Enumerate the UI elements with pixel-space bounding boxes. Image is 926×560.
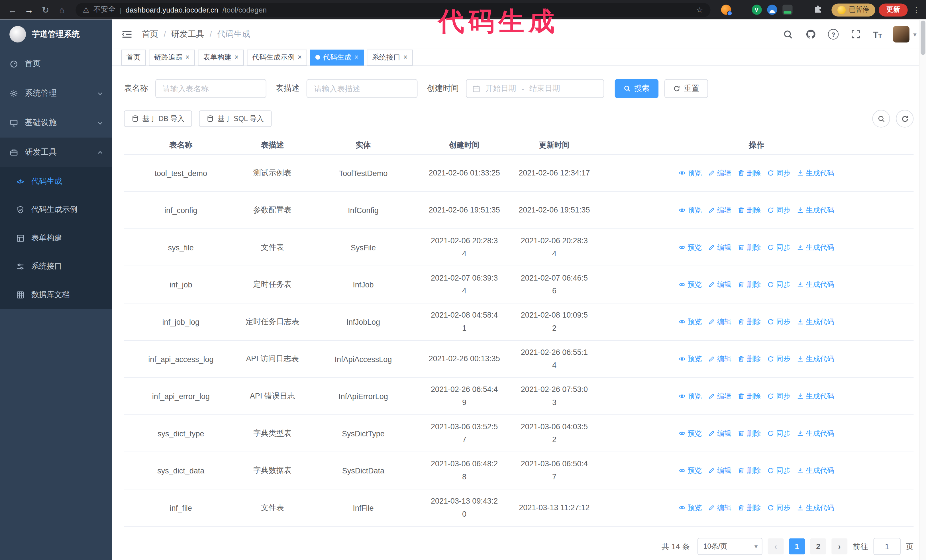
edit-link[interactable]: 编辑 bbox=[708, 168, 731, 178]
sync-link[interactable]: 同步 bbox=[767, 354, 790, 364]
preview-link[interactable]: 预览 bbox=[679, 429, 702, 438]
extension-drop-icon[interactable] bbox=[736, 5, 746, 15]
sidebar-item-devtools[interactable]: 研发工具 bbox=[0, 137, 112, 167]
github-icon[interactable] bbox=[805, 28, 817, 40]
generate-code-link[interactable]: 生成代码 bbox=[797, 354, 834, 364]
sidebar-item-codegen[interactable]: </> 代码生成 bbox=[0, 167, 112, 195]
generate-code-link[interactable]: 生成代码 bbox=[797, 317, 834, 327]
sidebar-item-infra[interactable]: 基础设施 bbox=[0, 108, 112, 137]
preview-link[interactable]: 预览 bbox=[679, 205, 702, 215]
table-desc-input[interactable] bbox=[307, 79, 418, 98]
edit-link[interactable]: 编辑 bbox=[708, 391, 731, 401]
bookmark-star-icon[interactable]: ☆ bbox=[696, 5, 703, 14]
browser-reload-icon[interactable]: ↻ bbox=[38, 2, 53, 17]
sidebar-logo[interactable]: 芋道管理系统 bbox=[0, 20, 112, 49]
tab-form-builder[interactable]: 表单构建 × bbox=[198, 49, 244, 65]
preview-link[interactable]: 预览 bbox=[679, 354, 702, 364]
search-icon[interactable] bbox=[782, 28, 794, 40]
delete-link[interactable]: 删除 bbox=[738, 242, 761, 252]
date-range-picker[interactable]: 开始日期 - 结束日期 bbox=[466, 79, 604, 98]
sync-link[interactable]: 同步 bbox=[767, 465, 790, 475]
extension-orange-icon[interactable] bbox=[721, 5, 731, 15]
preview-link[interactable]: 预览 bbox=[679, 279, 702, 290]
generate-code-link[interactable]: 生成代码 bbox=[797, 391, 834, 401]
close-icon[interactable]: × bbox=[298, 54, 302, 61]
tab-tracing[interactable]: 链路追踪 × bbox=[149, 49, 195, 65]
browser-home-icon[interactable]: ⌂ bbox=[54, 2, 70, 17]
import-sql-button[interactable]: 基于 SQL 导入 bbox=[199, 110, 271, 127]
extension-screenshot-icon[interactable] bbox=[782, 5, 792, 15]
sidebar-item-home[interactable]: 首页 bbox=[0, 49, 112, 78]
edit-link[interactable]: 编辑 bbox=[708, 503, 731, 513]
close-icon[interactable]: × bbox=[186, 54, 190, 61]
generate-code-link[interactable]: 生成代码 bbox=[797, 279, 834, 290]
next-page-button[interactable]: › bbox=[831, 538, 847, 554]
breadcrumb-devtools[interactable]: 研发工具 bbox=[171, 29, 204, 39]
sidebar-item-system-api[interactable]: 系统接口 bbox=[0, 252, 112, 280]
edit-link[interactable]: 编辑 bbox=[708, 354, 731, 364]
delete-link[interactable]: 删除 bbox=[738, 503, 761, 513]
preview-link[interactable]: 预览 bbox=[679, 317, 702, 327]
delete-link[interactable]: 删除 bbox=[738, 465, 761, 475]
sync-link[interactable]: 同步 bbox=[767, 168, 790, 178]
help-icon[interactable]: ? bbox=[828, 29, 838, 39]
browser-forward-icon[interactable]: → bbox=[21, 2, 37, 17]
sync-link[interactable]: 同步 bbox=[767, 205, 790, 215]
hamburger-icon[interactable] bbox=[122, 30, 132, 39]
edit-link[interactable]: 编辑 bbox=[708, 465, 731, 475]
delete-link[interactable]: 删除 bbox=[738, 354, 761, 364]
generate-code-link[interactable]: 生成代码 bbox=[797, 465, 834, 475]
generate-code-link[interactable]: 生成代码 bbox=[797, 242, 834, 252]
sync-link[interactable]: 同步 bbox=[767, 391, 790, 401]
delete-link[interactable]: 删除 bbox=[738, 168, 761, 178]
url-bar[interactable]: ⚠ 不安全 | dashboard.yudao.iocoder.cn/tool/… bbox=[76, 3, 710, 17]
prev-page-button[interactable]: ‹ bbox=[768, 538, 784, 554]
table-name-input[interactable] bbox=[155, 79, 266, 98]
preview-link[interactable]: 预览 bbox=[679, 242, 702, 252]
extension-people-icon[interactable] bbox=[767, 5, 777, 15]
tab-codegen-example[interactable]: 代码生成示例 × bbox=[247, 49, 307, 65]
scrollbar[interactable] bbox=[919, 20, 926, 560]
sidebar-item-system[interactable]: 系统管理 bbox=[0, 78, 112, 108]
preview-link[interactable]: 预览 bbox=[679, 465, 702, 475]
browser-back-icon[interactable]: ← bbox=[5, 2, 20, 17]
tab-system-api[interactable]: 系统接口 × bbox=[367, 49, 413, 65]
insecure-label[interactable]: 不安全 bbox=[94, 5, 116, 15]
preview-link[interactable]: 预览 bbox=[679, 168, 702, 178]
extension-v-icon[interactable]: V bbox=[752, 5, 762, 15]
page-button-1[interactable]: 1 bbox=[789, 538, 805, 554]
sync-link[interactable]: 同步 bbox=[767, 279, 790, 290]
delete-link[interactable]: 删除 bbox=[738, 391, 761, 401]
breadcrumb-home[interactable]: 首页 bbox=[142, 29, 158, 39]
edit-link[interactable]: 编辑 bbox=[708, 279, 731, 290]
sidebar-item-codegen-example[interactable]: 代码生成示例 bbox=[0, 195, 112, 223]
delete-link[interactable]: 删除 bbox=[738, 205, 761, 215]
delete-link[interactable]: 删除 bbox=[738, 317, 761, 327]
tab-home[interactable]: 首页 bbox=[121, 49, 146, 65]
sidebar-item-form-builder[interactable]: 表单构建 bbox=[0, 224, 112, 252]
profile-paused-chip[interactable]: 已暂停 bbox=[831, 3, 875, 16]
close-icon[interactable]: × bbox=[404, 54, 408, 61]
generate-code-link[interactable]: 生成代码 bbox=[797, 205, 834, 215]
import-db-button[interactable]: 基于 DB 导入 bbox=[124, 110, 192, 127]
font-size-icon[interactable]: TT bbox=[873, 29, 882, 39]
generate-code-link[interactable]: 生成代码 bbox=[797, 503, 834, 513]
scrollbar-thumb[interactable] bbox=[921, 21, 925, 55]
update-button[interactable]: 更新 bbox=[879, 3, 908, 16]
browser-menu-icon[interactable]: ⋮ bbox=[912, 5, 920, 14]
page-button-2[interactable]: 2 bbox=[810, 538, 826, 554]
sync-link[interactable]: 同步 bbox=[767, 503, 790, 513]
sync-link[interactable]: 同步 bbox=[767, 242, 790, 252]
sync-link[interactable]: 同步 bbox=[767, 429, 790, 438]
preview-link[interactable]: 预览 bbox=[679, 503, 702, 513]
edit-link[interactable]: 编辑 bbox=[708, 317, 731, 327]
extensions-puzzle-icon[interactable] bbox=[813, 5, 823, 15]
delete-link[interactable]: 删除 bbox=[738, 279, 761, 290]
generate-code-link[interactable]: 生成代码 bbox=[797, 429, 834, 438]
goto-page-input[interactable] bbox=[873, 538, 901, 555]
extension-leaf-icon[interactable] bbox=[797, 5, 808, 15]
refresh-table-button[interactable] bbox=[896, 110, 914, 128]
edit-link[interactable]: 编辑 bbox=[708, 205, 731, 215]
generate-code-link[interactable]: 生成代码 bbox=[797, 168, 834, 178]
edit-link[interactable]: 编辑 bbox=[708, 429, 731, 438]
